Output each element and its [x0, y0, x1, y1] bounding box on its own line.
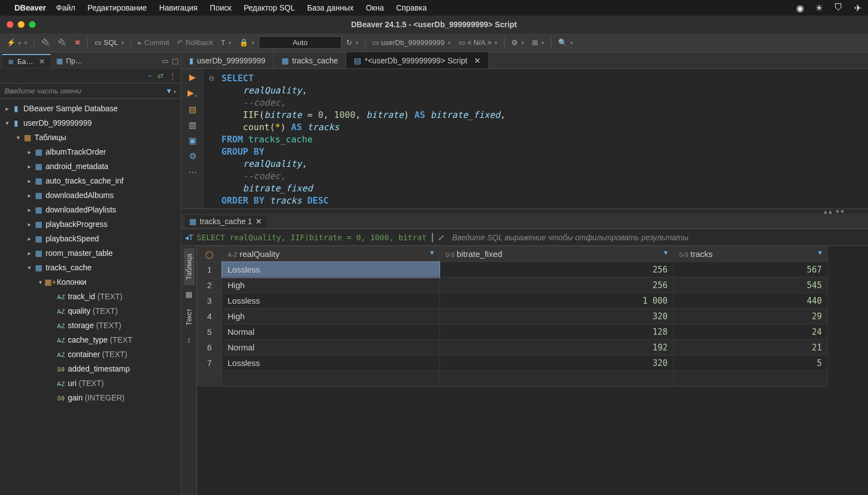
grid-vtab-table[interactable]: Таблица [184, 248, 195, 285]
tree-item[interactable]: ▸▦downloadedAlbums [0, 188, 181, 202]
grid-vtab-text[interactable]: Текст [184, 303, 195, 331]
table-row[interactable]: 4High32029 [198, 309, 868, 324]
table-row[interactable]: 1Lossless256567 [198, 262, 868, 278]
close-window-button[interactable] [7, 21, 13, 28]
code-area[interactable]: ⊖SELECT realQuality, --codec, IIF(bitrat… [204, 69, 868, 209]
editor-tab[interactable]: ▦tracks_cache [274, 52, 346, 68]
table-row[interactable]: 6Normal19221 [198, 340, 868, 355]
column-header[interactable]: 0-9tracks▼ [673, 246, 827, 262]
shield-icon[interactable]: ⛉ [834, 3, 843, 13]
brightness-icon[interactable]: ☀ [815, 3, 823, 13]
row-number[interactable]: 6 [198, 340, 222, 355]
cell[interactable]: 320 [440, 355, 673, 371]
connection-selector[interactable]: ▭ userDb_999999999▾ [369, 37, 454, 48]
cell[interactable]: 192 [440, 340, 673, 355]
close-icon[interactable]: ✕ [39, 57, 45, 66]
tree-item[interactable]: A-Zcontainer(TEXT) [0, 347, 181, 362]
tree-item[interactable]: 0-9gain(INTEGER) [0, 390, 181, 405]
tree-item[interactable]: ▸▦auto_tracks_cache_inf [0, 174, 181, 188]
record-icon[interactable]: ◉ [796, 3, 804, 13]
tree-item[interactable]: A-Zstorage(TEXT) [0, 318, 181, 333]
chevron-icon[interactable]: ▸ [26, 221, 33, 228]
cell[interactable]: High [222, 309, 440, 324]
chevron-icon[interactable]: ▸ [26, 192, 33, 199]
sort-icon[interactable]: ▼ [429, 249, 435, 256]
cell[interactable]: Lossless [222, 262, 440, 278]
tree-item[interactable]: ▾▮userDb_999999999 [0, 116, 181, 130]
autocommit-indicator[interactable]: Auto [259, 36, 342, 49]
commit-button[interactable]: ▸Commit [135, 37, 172, 48]
cell[interactable]: 5 [673, 355, 827, 371]
tree-item[interactable]: A-Zquality(TEXT) [0, 304, 181, 318]
cell[interactable]: 256 [440, 262, 673, 278]
row-number[interactable]: 3 [198, 293, 222, 309]
cell[interactable]: Normal [222, 324, 440, 340]
editor-tab[interactable]: ▮userDb_999999999 [181, 52, 274, 68]
grid-icon[interactable]: ▦ [185, 288, 193, 301]
table-row[interactable]: 3Lossless1 000440 [198, 293, 868, 309]
tree-item[interactable]: ▸▦albumTrackOrder [0, 145, 181, 159]
chevron-icon[interactable]: ▾ [37, 279, 45, 286]
horizontal-splitter[interactable]: ▲▲ ▼▼ [181, 209, 868, 214]
sidebar-filter[interactable]: Введите часть имени ▼▾ [0, 83, 181, 99]
tree-item[interactable]: ▸▦playbackProgress [0, 217, 181, 231]
tree-item[interactable]: A-Zcache_type(TEXT [0, 333, 181, 347]
maximize-icon[interactable]: ▢ [172, 57, 179, 65]
mac-menu-item[interactable]: Справка [396, 3, 427, 12]
mac-menu-item[interactable]: Файл [56, 3, 75, 12]
settings-button[interactable]: ⚙▾ [508, 37, 527, 48]
mac-menu-item[interactable]: База данных [307, 3, 353, 12]
cell[interactable]: 440 [673, 293, 827, 309]
connect-button[interactable]: 🔌 [38, 37, 53, 48]
row-number[interactable]: 2 [198, 278, 222, 293]
table-row[interactable]: 7Lossless3205 [198, 355, 868, 371]
result-filter-input[interactable]: Введите SQL выражение чтобы отфильтроват… [448, 233, 865, 242]
layout-button[interactable]: ⊞▾ [529, 37, 548, 48]
mac-menu-item[interactable]: Навигация [159, 3, 198, 12]
tree-item[interactable]: ▸▦android_metadata [0, 159, 181, 174]
results-grid[interactable]: ◯A-ZrealQuality▼0-9bitrate_fixed▼0-9trac… [197, 246, 868, 495]
chevron-icon[interactable]: ▸ [26, 206, 33, 214]
close-icon[interactable]: ✕ [474, 56, 481, 65]
chevron-icon[interactable]: ▸ [26, 163, 33, 170]
table-row[interactable]: 2High256545 [198, 278, 868, 293]
tree-item[interactable]: A-Zuri(TEXT) [0, 376, 181, 390]
lock-button[interactable]: 🔒▾ [236, 37, 258, 48]
sidebar-tab-projects[interactable]: ▦ Пр… [51, 55, 88, 67]
tree-item[interactable]: ▾▦tracks_cache [0, 260, 181, 275]
editor-tab[interactable]: ▤*<userDb_999999999> Script✕ [346, 52, 489, 68]
cell[interactable]: High [222, 278, 440, 293]
funnel-icon[interactable]: ▼▾ [165, 87, 176, 95]
collapse-icon[interactable]: − [147, 72, 152, 80]
run-icon[interactable]: ▶ [189, 72, 196, 82]
cell[interactable]: 567 [673, 262, 827, 278]
chevron-icon[interactable]: ▸ [26, 235, 33, 242]
rollback-button[interactable]: ↶Rollback [174, 37, 216, 48]
tree-item[interactable]: ▸▦downloadedPlaylists [0, 202, 181, 217]
tree-item[interactable]: ▸▦room_master_table [0, 246, 181, 260]
invalidate-button[interactable]: ✖ [71, 37, 84, 48]
result-tab[interactable]: ▦ tracks_cache 1 ✕ [185, 215, 267, 227]
database-tree[interactable]: ▸▮DBeaver Sample Database▾▮userDb_999999… [0, 99, 181, 495]
run-script-icon[interactable]: ▤ [189, 105, 196, 115]
maximize-window-button[interactable] [29, 21, 36, 28]
disconnect-button[interactable]: 🔌 [55, 37, 70, 48]
run-new-icon[interactable]: ▶+ [188, 88, 197, 99]
chevron-icon[interactable]: ▸ [26, 177, 33, 185]
link-icon[interactable]: ⇄ [157, 72, 164, 80]
tree-item[interactable]: ▸▮DBeaver Sample Database [0, 101, 181, 116]
cell[interactable]: Normal [222, 340, 440, 355]
row-number[interactable]: 1 [198, 262, 222, 278]
expand-icon[interactable]: ⤢ [438, 233, 445, 242]
cell[interactable]: 1 000 [440, 293, 673, 309]
chevron-icon[interactable]: ▸ [3, 105, 11, 112]
tree-item[interactable]: ▾▦Таблицы [0, 130, 181, 145]
cell[interactable]: 545 [673, 278, 827, 293]
settings-gear-icon[interactable]: ⚙ [189, 151, 196, 161]
minimize-window-button[interactable] [18, 21, 24, 28]
mac-menu-item[interactable]: Окна [366, 3, 384, 12]
sql-editor-button[interactable]: ▭ SQL▾ [91, 37, 127, 48]
chevron-icon[interactable]: ▾ [14, 134, 22, 141]
mac-menu-item[interactable]: Редактирование [87, 3, 147, 12]
cell[interactable]: 29 [673, 309, 827, 324]
